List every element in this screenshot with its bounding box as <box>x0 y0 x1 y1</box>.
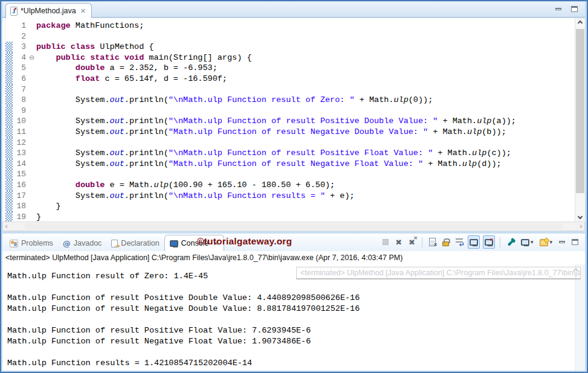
terminate-button[interactable] <box>381 235 390 249</box>
line-number: 9 <box>13 106 27 116</box>
fold-spacer <box>27 148 36 159</box>
code-editor[interactable]: 1package MathFunctions;23public class Ul… <box>2 18 585 222</box>
remove-launch-button[interactable] <box>393 235 404 249</box>
code-line: 16 double e = Math.ulp(100.90 + 165.10 -… <box>5 180 575 191</box>
quick-diff-marker <box>5 201 13 212</box>
remove-all-launches-button[interactable] <box>407 235 417 249</box>
eclipse-window: *UlpMethod.java ✕ 1package MathFunctions… <box>0 0 588 373</box>
quick-diff-marker <box>5 116 13 127</box>
toolbar-separator <box>422 237 422 247</box>
maximize-icon <box>572 239 578 245</box>
line-number: 1 <box>13 21 27 31</box>
line-number: 2 <box>13 31 27 42</box>
console-vertical-scrollbar[interactable] <box>575 264 585 371</box>
minimize-button[interactable] <box>557 235 567 249</box>
clear-console-button[interactable] <box>427 235 438 249</box>
quick-diff-marker <box>5 74 13 84</box>
fold-spacer <box>27 180 36 191</box>
line-number: 4 <box>13 53 27 63</box>
tab-problems[interactable]: Problems <box>5 235 58 251</box>
editor-horizontal-scrollbar[interactable]: ‹ › <box>2 222 585 231</box>
maximize-button[interactable] <box>570 235 580 249</box>
close-icon[interactable]: ✕ <box>79 7 86 15</box>
console-output-line: Math.ulp Function of result Positive Flo… <box>7 325 585 336</box>
fold-spacer <box>27 169 36 180</box>
minimize-editor-icon[interactable] <box>555 8 561 10</box>
scroll-up-arrow[interactable] <box>575 18 585 28</box>
quick-diff-marker <box>5 159 13 170</box>
code-text: System.out.println("\nMath.ulp Function … <box>36 148 511 159</box>
editor-vertical-scrollbar[interactable] <box>575 18 585 222</box>
toolbar-separator <box>500 237 500 247</box>
word-wrap-icon <box>456 238 463 246</box>
console-tab-bar: ProblemsJavadocDeclarationConsole✕ ©tuto… <box>2 234 585 251</box>
line-number: 18 <box>13 201 27 212</box>
pin-console-icon <box>470 239 478 246</box>
code-text: double a = 2.352, b = -6.953; <box>36 63 218 74</box>
quick-diff-marker <box>5 169 13 180</box>
display-console-button[interactable]: ▾ <box>519 235 535 249</box>
pin-icon <box>508 240 514 246</box>
editor-tab-bar: *UlpMethod.java ✕ <box>2 2 585 18</box>
word-wrap-button[interactable] <box>454 235 465 249</box>
scroll-lock-icon <box>442 241 449 246</box>
fold-spacer <box>27 95 36 106</box>
show-stdout-button[interactable] <box>483 235 495 249</box>
editor-tab-ulpmethod[interactable]: *UlpMethod.java ✕ <box>5 3 92 18</box>
fold-spacer <box>27 127 36 138</box>
scrollbar-thumb[interactable] <box>25 223 563 229</box>
declaration-icon <box>111 240 118 247</box>
console-status-line: <terminated> UlpMethod [Java Application… <box>2 251 585 264</box>
minimize-icon <box>559 241 565 243</box>
scroll-right-arrow[interactable]: › <box>580 223 583 230</box>
line-number: 12 <box>13 138 27 148</box>
javadoc-icon <box>63 239 71 248</box>
fold-collapse-icon[interactable]: ⊖ <box>27 53 36 63</box>
chevron-down-icon[interactable]: ▾ <box>531 239 534 245</box>
quick-diff-marker <box>5 191 13 202</box>
console-output-line <box>7 282 585 293</box>
quick-diff-marker <box>5 53 13 63</box>
code-line: 13 System.out.println("\nMath.ulp Functi… <box>5 148 575 159</box>
tab-label: Declaration <box>121 239 159 247</box>
code-line: 14 System.out.println("Math.ulp Function… <box>5 159 575 170</box>
line-number: 16 <box>13 180 27 191</box>
line-number: 19 <box>13 212 27 222</box>
quick-diff-marker <box>5 138 13 148</box>
tab-declaration[interactable]: Declaration <box>106 235 164 251</box>
quick-diff-marker <box>5 42 13 53</box>
console-output[interactable]: Math.ulp Function result of Zero: 1.4E-4… <box>2 264 585 371</box>
line-number: 15 <box>13 169 27 180</box>
fold-spacer <box>27 106 36 116</box>
open-console-button[interactable]: ▾ <box>538 235 554 249</box>
console-output-line: Math.ulp Function of result Negative Flo… <box>7 336 585 347</box>
pin-button[interactable] <box>505 235 516 249</box>
quick-diff-marker <box>5 31 13 42</box>
fold-spacer <box>27 63 36 74</box>
clear-console-icon <box>429 238 436 246</box>
scrollbar-thumb[interactable] <box>576 29 584 193</box>
console-output-line: Math.ulp Function of result Negative Dou… <box>7 304 585 314</box>
code-line: 10 System.out.println("\nMath.ulp Functi… <box>5 116 575 127</box>
code-text: } <box>36 201 61 212</box>
line-number: 5 <box>13 63 27 74</box>
quick-diff-marker <box>5 106 13 116</box>
tab-javadoc[interactable]: Javadoc <box>58 235 107 251</box>
fold-spacer <box>27 159 36 170</box>
scroll-down-arrow[interactable] <box>575 212 585 222</box>
code-text: System.out.println("\nMath.ulp Function … <box>36 116 516 127</box>
code-line: 1package MathFunctions; <box>5 21 575 31</box>
code-line: 11 System.out.println("Math.ulp Function… <box>5 127 575 138</box>
terminate-icon <box>383 239 389 245</box>
fold-spacer <box>27 21 36 31</box>
chevron-down-icon[interactable]: ▾ <box>549 239 552 245</box>
remove-launch-icon <box>395 238 402 247</box>
scroll-left-arrow[interactable]: ‹ <box>5 223 8 230</box>
maximize-editor-icon[interactable] <box>571 6 578 12</box>
code-line: 19} <box>5 212 575 222</box>
quick-diff-marker <box>5 212 13 222</box>
pin-console-button[interactable] <box>468 235 480 249</box>
line-number: 14 <box>13 159 27 170</box>
scroll-lock-button[interactable] <box>441 235 451 249</box>
fold-spacer <box>27 201 36 212</box>
